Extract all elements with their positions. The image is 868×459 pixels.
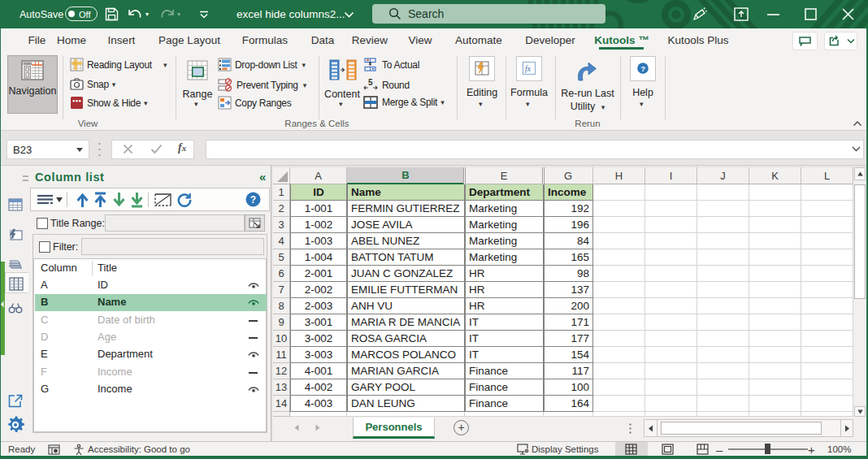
svg-text:5: 5	[368, 78, 373, 87]
svg-text:fx: fx	[525, 65, 532, 73]
svg-text:?: ?	[250, 194, 256, 206]
svg-text:?: ?	[640, 64, 645, 73]
